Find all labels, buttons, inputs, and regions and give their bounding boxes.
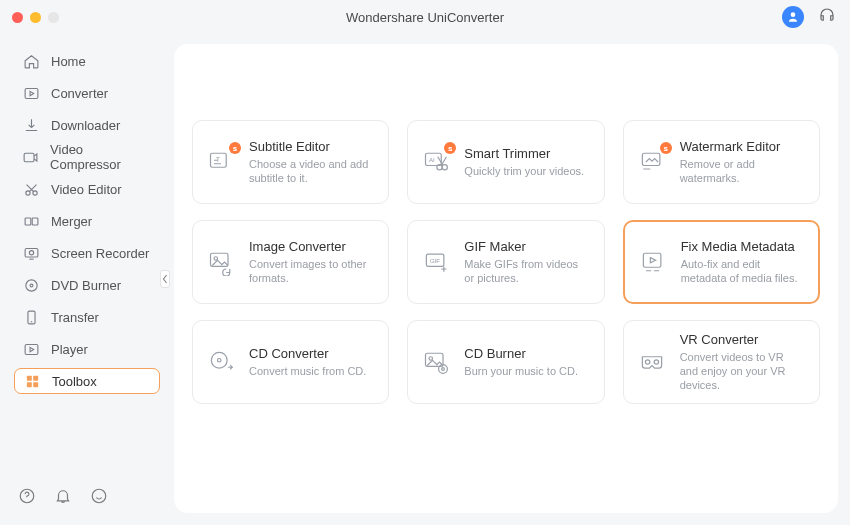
help-button[interactable] — [18, 487, 36, 509]
meta-icon — [637, 246, 669, 278]
sidebar-item-label: Converter — [51, 86, 108, 101]
tool-title: VR Converter — [680, 332, 805, 347]
sidebar-item-label: Video Editor — [51, 182, 122, 197]
tool-desc: Choose a video and add subtitle to it. — [249, 157, 374, 186]
tool-desc: Convert music from CD. — [249, 364, 366, 378]
tool-title: CD Burner — [464, 346, 578, 361]
svg-point-31 — [218, 359, 222, 363]
sidebar-item-label: Transfer — [51, 310, 99, 325]
sidebar-item-transfer[interactable]: Transfer — [14, 304, 160, 330]
notifications-button[interactable] — [54, 487, 72, 509]
editor-icon — [22, 180, 40, 198]
watermark-icon: s — [636, 146, 668, 178]
svg-point-36 — [645, 360, 649, 364]
tool-title: Smart Trimmer — [464, 146, 584, 161]
compress-icon — [22, 148, 39, 166]
sidebar-item-screen-recorder[interactable]: Screen Recorder — [14, 240, 160, 266]
sidebar-item-label: Screen Recorder — [51, 246, 149, 261]
home-icon — [22, 52, 40, 70]
tool-subtitle-editor[interactable]: T s Subtitle Editor Choose a video and a… — [192, 120, 389, 204]
sidebar-item-dvd-burner[interactable]: DVD Burner — [14, 272, 160, 298]
smile-icon — [90, 487, 108, 505]
tool-desc: Remove or add watermarks. — [680, 157, 805, 186]
tool-title: Watermark Editor — [680, 139, 805, 154]
toolbox-icon — [23, 372, 41, 390]
sidebar-item-video-editor[interactable]: Video Editor — [14, 176, 160, 202]
sidebar-item-video-compressor[interactable]: Video Compressor — [14, 144, 160, 170]
transfer-icon — [22, 308, 40, 326]
svg-text:AI: AI — [429, 156, 435, 163]
svg-rect-6 — [25, 248, 38, 256]
svg-rect-13 — [33, 375, 38, 380]
minimize-window-button[interactable] — [30, 12, 41, 23]
support-button[interactable] — [818, 6, 836, 28]
tool-desc: Convert videos to VR and enjoy on your V… — [680, 350, 805, 393]
tool-gif-maker[interactable]: GIF GIF Maker Make GIFs from videos or p… — [407, 220, 604, 304]
tool-watermark-editor[interactable]: s Watermark Editor Remove or add waterma… — [623, 120, 820, 204]
svg-rect-1 — [24, 153, 34, 162]
sidebar-item-converter[interactable]: Converter — [14, 80, 160, 106]
main-content: T s Subtitle Editor Choose a video and a… — [168, 34, 850, 525]
download-icon — [22, 116, 40, 134]
maximize-window-button[interactable] — [48, 12, 59, 23]
badge-icon: s — [444, 142, 456, 154]
sidebar-nav: Home Converter Downloader Video Compress… — [14, 48, 160, 394]
svg-rect-29 — [643, 253, 661, 267]
sidebar-item-player[interactable]: Player — [14, 336, 160, 362]
sidebar-item-label: Video Compressor — [50, 142, 152, 172]
svg-rect-11 — [25, 344, 38, 354]
window-controls — [12, 12, 59, 23]
sidebar-item-merger[interactable]: Merger — [14, 208, 160, 234]
tool-title: GIF Maker — [464, 239, 589, 254]
sidebar-item-label: Downloader — [51, 118, 120, 133]
tool-image-converter[interactable]: Image Converter Convert images to other … — [192, 220, 389, 304]
tool-desc: Make GIFs from videos or pictures. — [464, 257, 589, 286]
user-avatar[interactable] — [782, 6, 804, 28]
bell-icon — [54, 487, 72, 505]
svg-rect-12 — [26, 375, 31, 380]
close-window-button[interactable] — [12, 12, 23, 23]
toolbox-panel: T s Subtitle Editor Choose a video and a… — [174, 44, 838, 513]
tool-cd-burner[interactable]: CD Burner Burn your music to CD. — [407, 320, 604, 404]
tool-vr-converter[interactable]: VR Converter Convert videos to VR and en… — [623, 320, 820, 404]
tool-fix-media-metadata[interactable]: Fix Media Metadata Auto-fix and edit met… — [623, 220, 820, 304]
svg-rect-15 — [33, 382, 38, 387]
app-title: Wondershare UniConverter — [0, 10, 850, 25]
trim-icon: AI s — [420, 146, 452, 178]
tool-cd-converter[interactable]: CD Converter Convert music from CD. — [192, 320, 389, 404]
tool-title: Subtitle Editor — [249, 139, 374, 154]
sidebar-bottom — [18, 487, 108, 509]
subtitle-icon: T s — [205, 146, 237, 178]
chevron-left-icon — [162, 274, 168, 284]
player-icon — [22, 340, 40, 358]
sidebar-item-home[interactable]: Home — [14, 48, 160, 74]
sidebar-item-downloader[interactable]: Downloader — [14, 112, 160, 138]
badge-icon: s — [660, 142, 672, 154]
svg-point-35 — [442, 368, 445, 371]
vr-icon — [636, 346, 668, 378]
svg-rect-24 — [642, 153, 660, 165]
svg-text:GIF: GIF — [430, 257, 440, 264]
svg-rect-4 — [25, 217, 31, 224]
sidebar-item-label: Player — [51, 342, 88, 357]
cdburn-icon — [420, 346, 452, 378]
image-icon — [205, 246, 237, 278]
sidebar-item-label: Toolbox — [52, 374, 97, 389]
svg-point-7 — [29, 250, 33, 254]
svg-rect-0 — [25, 88, 38, 98]
sidebar-item-label: DVD Burner — [51, 278, 121, 293]
svg-point-37 — [654, 360, 658, 364]
tool-desc: Convert images to other formats. — [249, 257, 374, 286]
sidebar-collapse-button[interactable] — [160, 270, 170, 288]
sidebar-item-toolbox[interactable]: Toolbox — [14, 368, 160, 394]
svg-text:T: T — [216, 156, 221, 163]
tool-title: CD Converter — [249, 346, 366, 361]
tools-grid: T s Subtitle Editor Choose a video and a… — [192, 120, 820, 404]
tool-desc: Quickly trim your videos. — [464, 164, 584, 178]
cdconv-icon — [205, 346, 237, 378]
tool-smart-trimmer[interactable]: AI s Smart Trimmer Quickly trim your vid… — [407, 120, 604, 204]
feedback-button[interactable] — [90, 487, 108, 509]
svg-point-9 — [30, 284, 33, 287]
svg-rect-14 — [26, 382, 31, 387]
tool-desc: Burn your music to CD. — [464, 364, 578, 378]
